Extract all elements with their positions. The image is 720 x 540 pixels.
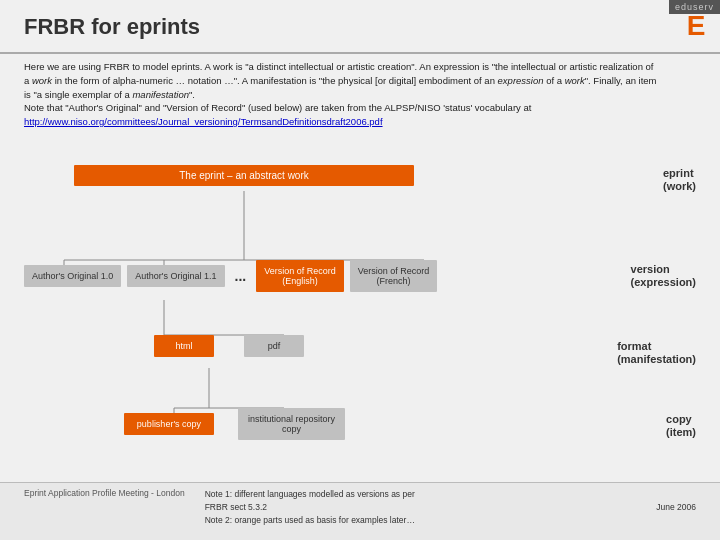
logo-area: E <box>678 8 714 44</box>
html-box: html <box>154 335 214 357</box>
label-format: format(manifestation) <box>617 340 696 366</box>
footer-note1: Note 1: different languages modelled as … <box>205 489 415 499</box>
intro-text: Here we are using FRBR to model eprints.… <box>24 60 660 129</box>
ao10-box: Author's Original 1.0 <box>24 265 121 287</box>
level2-row: html pdf <box>154 335 304 357</box>
footer-note1b: FRBR sect 5.3.2 <box>205 502 267 512</box>
dots: ... <box>231 268 251 284</box>
pdf-box: pdf <box>244 335 304 357</box>
work-box: The eprint – an abstract work <box>74 165 414 186</box>
diagram: The eprint – an abstract work eprint(wor… <box>24 165 696 480</box>
level1-row: Author's Original 1.0 Author's Original … <box>24 260 437 292</box>
footer-left-text: Eprint Application Profile Meeting - Lon… <box>24 488 185 498</box>
vor-english-box: Version of Record(English) <box>256 260 344 292</box>
header-divider <box>0 52 720 54</box>
vor-french-box: Version of Record(French) <box>350 260 438 292</box>
label-work: eprint(work) <box>663 167 696 193</box>
page-title: FRBR for eprints <box>24 14 200 40</box>
level3-row: publisher's copy institutional repositor… <box>124 408 345 440</box>
label-copy: copy(item) <box>666 413 696 439</box>
footer-date: June 2006 <box>656 501 696 514</box>
institutional-copy-box: institutional repositorycopy <box>238 408 345 440</box>
footer-notes: Note 1: different languages modelled as … <box>185 488 696 526</box>
publishers-copy-box: publisher's copy <box>124 413 214 435</box>
logo-icon: E <box>687 12 706 40</box>
label-version: version(expression) <box>631 263 696 289</box>
footer-note2: Note 2: orange parts used as basis for e… <box>205 515 415 525</box>
ao11-box: Author's Original 1.1 <box>127 265 224 287</box>
footer: Eprint Application Profile Meeting - Lon… <box>0 482 720 540</box>
niso-link[interactable]: http://www.niso.org/committees/Journal_v… <box>24 116 383 127</box>
